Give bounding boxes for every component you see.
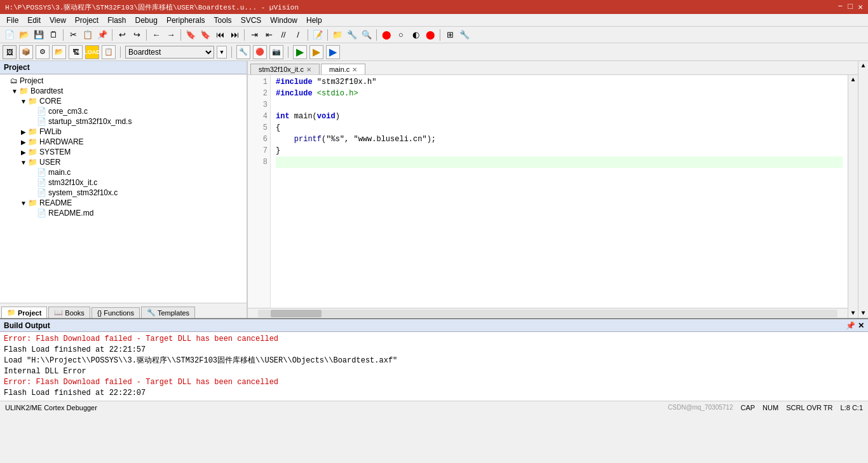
btn-undo[interactable]: ↩ [115, 28, 129, 42]
menu-help[interactable]: Help [302, 15, 326, 26]
menu-file[interactable]: File [3, 15, 22, 26]
btn-magic-wand[interactable]: 🔧 [236, 45, 250, 59]
right-vscroll-down[interactable]: ▼ [861, 310, 865, 317]
tree-item-system[interactable]: ▶📁SYSTEM [0, 147, 247, 157]
target-dropdown-btn[interactable]: ▼ [217, 46, 227, 59]
btn-open[interactable]: 📂 [17, 28, 31, 42]
btn-debug3[interactable]: ◐ [409, 28, 423, 42]
target-select[interactable]: Boardtest [125, 46, 214, 59]
build-close-btn[interactable]: ✕ [858, 321, 864, 330]
right-panel-scroll[interactable]: ▲ ▼ [858, 61, 868, 318]
btn-new[interactable]: 📄 [3, 28, 17, 42]
tree-item-main[interactable]: 📄main.c [0, 167, 247, 177]
editor-tab-close-stm32f10x_it_c[interactable]: ✕ [306, 66, 311, 73]
btn-window-layout[interactable]: ⊞ [443, 28, 457, 42]
btn-paste[interactable]: 📌 [95, 28, 109, 42]
editor-hscroll[interactable] [248, 308, 848, 318]
editor-tab-stm32f10x_it_c[interactable]: stm32f10x_it.c✕ [250, 64, 320, 74]
btn-run-yellow[interactable]: ▶ [309, 45, 323, 59]
btn-uncomment[interactable]: / [291, 28, 305, 42]
btn-target-3[interactable]: ⚙ [36, 45, 50, 59]
tree-item-system_stm32[interactable]: 📄system_stm32f10x.c [0, 188, 247, 198]
hscroll-thumb[interactable] [271, 310, 322, 317]
btn-bookmark4[interactable]: ⏭ [227, 28, 241, 42]
btn-target-2[interactable]: 📦 [19, 45, 33, 59]
tree-item-readme_folder[interactable]: ▼📁README [0, 198, 247, 208]
btn-open-file[interactable]: 📁 [330, 28, 344, 42]
menu-edit[interactable]: Edit [24, 15, 44, 26]
btn-copy[interactable]: 📋 [81, 28, 95, 42]
btn-target-8[interactable]: 🔴 [253, 45, 267, 59]
btn-something2[interactable]: 🔧 [345, 28, 359, 42]
menu-window[interactable]: Window [266, 15, 301, 26]
btn-run-green[interactable]: ▶ [293, 45, 307, 59]
hscroll-track[interactable] [258, 310, 837, 317]
menu-flash[interactable]: Flash [104, 15, 130, 26]
tree-item-core_cm3[interactable]: 📄core_cm3.c [0, 106, 247, 116]
maximize-btn[interactable]: □ [848, 2, 853, 12]
btn-comment[interactable]: // [276, 28, 290, 42]
build-pin-btn[interactable]: 📌 [846, 321, 855, 330]
vscroll-down-btn[interactable]: ▼ [851, 310, 855, 317]
btn-indent[interactable]: ⇥ [247, 28, 261, 42]
btn-run-blue[interactable]: ▶ [326, 45, 340, 59]
btn-cut[interactable]: ✂ [66, 28, 80, 42]
proj-tab-books[interactable]: 📖Books [48, 307, 90, 318]
btn-find[interactable]: 🔍 [360, 28, 374, 42]
btn-debug2[interactable]: ○ [394, 28, 408, 42]
tree-item-stm32f10x_it[interactable]: 📄stm32f10x_it.c [0, 177, 247, 188]
tree-expand-boardtest[interactable]: ▼ [10, 88, 19, 95]
btn-save[interactable]: 💾 [32, 28, 46, 42]
menu-view[interactable]: View [46, 15, 70, 26]
tree-item-core[interactable]: ▼📁CORE [0, 96, 247, 106]
btn-redo[interactable]: ↪ [130, 28, 144, 42]
btn-debug4[interactable]: ⬤ [423, 28, 437, 42]
btn-bookmark2[interactable]: 🔖 [198, 28, 212, 42]
menu-debug[interactable]: Debug [132, 15, 161, 26]
tree-expand-readme_folder[interactable]: ▼ [19, 200, 28, 207]
tree-expand-core[interactable]: ▼ [19, 98, 28, 105]
btn-bookmark3[interactable]: ⏮ [213, 28, 227, 42]
btn-debug-red[interactable]: ⬤ [379, 28, 393, 42]
tree-expand-fwlib[interactable]: ▶ [19, 128, 28, 135]
btn-target-7[interactable]: 📋 [102, 45, 116, 59]
editor-vscroll[interactable]: ▲ ▼ [848, 75, 858, 318]
btn-target-1[interactable]: 🖼 [3, 45, 17, 59]
tree-item-fwlib[interactable]: ▶📁FWLib [0, 127, 247, 137]
sep-3 [146, 29, 147, 41]
tree-expand-user[interactable]: ▼ [19, 159, 28, 166]
editor-tab-main_c[interactable]: main.c✕ [321, 64, 365, 74]
editor-tab-close-main_c[interactable]: ✕ [352, 66, 357, 73]
proj-tab-functions[interactable]: {}Functions [92, 307, 140, 318]
btn-target-6[interactable]: LOAD [85, 45, 99, 59]
tree-item-hardware[interactable]: ▶📁HARDWARE [0, 137, 247, 147]
tree-item-startup[interactable]: 📄startup_stm32f10x_md.s [0, 116, 247, 127]
btn-saveall[interactable]: 🗒 [46, 28, 60, 42]
btn-target-5[interactable]: 🏗 [69, 45, 83, 59]
menu-tools[interactable]: Tools [210, 15, 236, 26]
tree-item-user[interactable]: ▼📁USER [0, 157, 247, 167]
minimize-btn[interactable]: − [838, 2, 843, 12]
btn-insert-snippet[interactable]: 📝 [311, 28, 325, 42]
vscroll-up-btn[interactable]: ▲ [851, 76, 855, 83]
proj-tab-templates[interactable]: 🔧Templates [141, 307, 195, 318]
btn-target-9[interactable]: 📷 [269, 45, 283, 59]
btn-target-4[interactable]: 📂 [52, 45, 66, 59]
menu-svcs[interactable]: SVCS [237, 15, 266, 26]
btn-nav-forward[interactable]: → [164, 28, 178, 42]
menu-peripherals[interactable]: Peripherals [163, 15, 209, 26]
tree-item-boardtest[interactable]: ▼📁Boardtest [0, 86, 247, 96]
close-btn[interactable]: ✕ [858, 2, 863, 12]
code-content[interactable]: #include "stm32f10x.h"#include <stdio.h>… [271, 75, 848, 308]
btn-nav-back[interactable]: ← [149, 28, 163, 42]
menu-project[interactable]: Project [71, 15, 102, 26]
btn-unindent[interactable]: ⇤ [262, 28, 276, 42]
tree-expand-system[interactable]: ▶ [19, 149, 28, 156]
proj-tab-project[interactable]: 📁Project [1, 307, 47, 318]
tree-item-root[interactable]: 🗂Project [0, 76, 247, 86]
btn-wrench[interactable]: 🔧 [458, 28, 471, 42]
btn-bookmark[interactable]: 🔖 [184, 28, 198, 42]
tree-expand-hardware[interactable]: ▶ [19, 139, 28, 146]
right-vscroll-up[interactable]: ▲ [861, 62, 865, 69]
tree-item-readme_md[interactable]: 📄README.md [0, 208, 247, 218]
